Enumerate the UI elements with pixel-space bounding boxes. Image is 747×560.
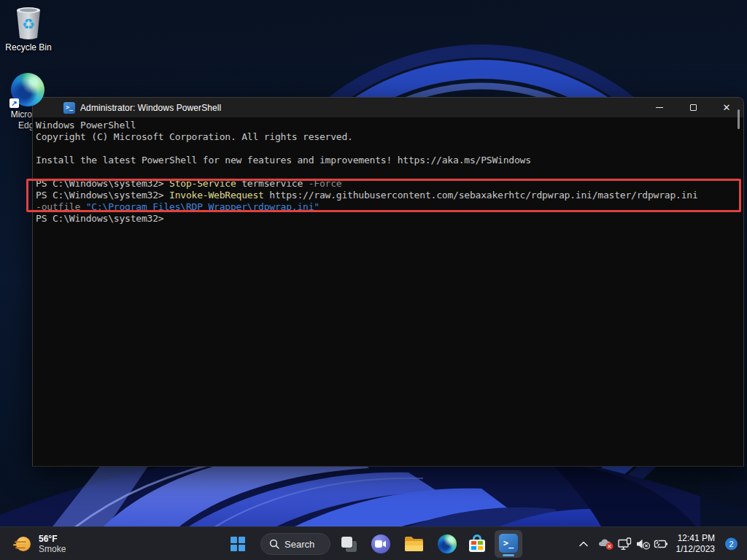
terminal-line: Windows PowerShell xyxy=(36,120,740,131)
powershell-icon: >_ xyxy=(499,534,518,553)
maximize-button[interactable] xyxy=(676,98,710,117)
terminal-line: Copyright (C) Microsoft Corporation. All… xyxy=(36,131,740,143)
store-bag-icon xyxy=(468,534,486,553)
svg-text:♻: ♻ xyxy=(22,16,35,32)
minimize-icon xyxy=(656,107,663,108)
notification-count-badge[interactable]: 2 xyxy=(725,538,738,551)
recycle-bin-icon: ♻ xyxy=(12,4,44,41)
edge-taskbar-button[interactable] xyxy=(433,530,461,558)
terminal-output[interactable]: Windows PowerShellCopyright (C) Microsof… xyxy=(33,117,743,467)
weather-temperature: 56°F xyxy=(39,534,66,544)
powershell-taskbar-button[interactable]: >_ xyxy=(495,530,522,558)
powershell-window: >_ Administrator: Windows PowerShell ✕ W… xyxy=(32,97,744,467)
window-titlebar[interactable]: >_ Administrator: Windows PowerShell ✕ xyxy=(33,98,743,117)
edge-desktop-icon[interactable]: ↗ xyxy=(11,73,44,106)
display-device-icon xyxy=(618,537,632,551)
minimize-button[interactable] xyxy=(643,98,676,117)
recycle-bin-label: Recycle Bin xyxy=(4,42,53,53)
terminal-line: PS C:\Windows\system32> Invoke-WebReques… xyxy=(36,190,740,201)
close-icon: ✕ xyxy=(723,103,731,112)
window-controls: ✕ xyxy=(643,98,743,117)
window-title: Administrator: Windows PowerShell xyxy=(80,103,221,113)
terminal-line: -outfile "C:\Program Files\RDP Wrapper\r… xyxy=(36,201,740,213)
start-button[interactable] xyxy=(226,532,249,556)
search-icon xyxy=(269,539,279,549)
powershell-icon: >_ xyxy=(63,102,75,114)
terminal-line: Install the latest PowerShell for new fe… xyxy=(36,155,740,166)
active-app-indicator xyxy=(503,554,514,556)
shortcut-arrow-icon: ↗ xyxy=(9,98,19,108)
clock[interactable]: 12:41 PM 1/12/2023 xyxy=(673,532,718,556)
task-view-icon xyxy=(341,536,357,552)
tray-date: 1/12/2023 xyxy=(676,544,715,555)
tray-time: 12:41 PM xyxy=(676,533,715,544)
terminal-line: PS C:\Windows\system32> Stop-Service ter… xyxy=(36,178,740,190)
chat-video-icon xyxy=(371,534,390,553)
chat-button[interactable] xyxy=(367,530,395,558)
folder-icon xyxy=(404,536,424,552)
terminal-line: PS C:\Windows\system32> xyxy=(36,213,740,225)
terminal-line xyxy=(36,143,740,155)
weather-condition: Smoke xyxy=(39,544,66,554)
search-button[interactable]: Search xyxy=(260,533,330,555)
taskbar: 56°F Smoke Search xyxy=(0,526,747,560)
desktop-icon-recycle-bin[interactable]: ♻ Recycle Bin xyxy=(4,4,53,53)
maximize-icon xyxy=(690,104,697,111)
volume-button[interactable] xyxy=(636,538,651,551)
terminal-line xyxy=(36,166,740,178)
store-button[interactable] xyxy=(464,530,490,558)
edge-icon xyxy=(438,534,457,553)
display-device-button[interactable] xyxy=(618,537,632,551)
cloud-error-icon: ✕ xyxy=(598,537,614,551)
search-label: Search xyxy=(285,539,314,550)
onedrive-status-button[interactable]: ✕ xyxy=(598,537,614,551)
windows-logo-icon xyxy=(231,537,245,551)
file-explorer-button[interactable] xyxy=(400,532,428,556)
volume-muted-icon xyxy=(636,538,651,551)
sun-haze-icon xyxy=(13,534,33,554)
task-view-button[interactable] xyxy=(336,532,361,556)
hidden-icons-button[interactable] xyxy=(575,537,592,551)
battery-button[interactable] xyxy=(653,539,668,549)
battery-charging-icon xyxy=(653,539,668,549)
chevron-up-icon xyxy=(579,541,588,547)
svg-text:✕: ✕ xyxy=(607,543,611,550)
widgets-weather-button[interactable]: 56°F Smoke xyxy=(7,529,71,559)
scrollbar-thumb[interactable] xyxy=(738,109,740,129)
